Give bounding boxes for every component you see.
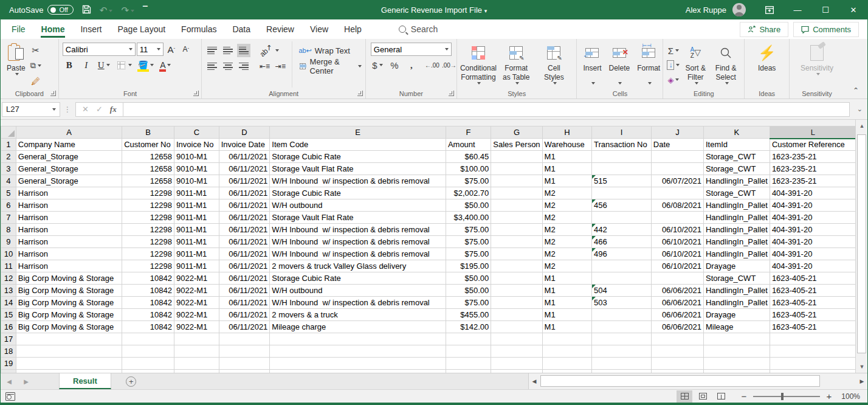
column-header-A[interactable]: A	[16, 126, 122, 139]
vertical-scroll-thumb[interactable]	[857, 134, 866, 353]
cell-A7[interactable]: Harrison	[16, 212, 122, 224]
column-header-D[interactable]: D	[219, 126, 270, 139]
cell-F15[interactable]: $455.00	[446, 309, 491, 321]
cell-styles-button[interactable]: Cell Styles	[535, 41, 573, 88]
cell-F7[interactable]: $3,400.00	[446, 212, 491, 224]
cell-E19[interactable]	[270, 358, 446, 370]
cell-B2[interactable]: 12658	[122, 151, 174, 163]
zoom-slider-thumb[interactable]	[781, 393, 784, 400]
cell-J17[interactable]	[651, 333, 703, 345]
delete-cells-button[interactable]: ✕ Delete	[605, 41, 634, 88]
cell-D1[interactable]: Invoice Date	[219, 139, 270, 151]
increase-decimal-button[interactable]: ←.00	[425, 58, 439, 72]
row-header-9[interactable]: 9	[1, 236, 16, 248]
cell-E15[interactable]: 2 movers & a truck	[270, 309, 446, 321]
cell-F17[interactable]	[446, 333, 491, 345]
cell-L19[interactable]	[770, 358, 856, 370]
cell-A4[interactable]: General_Storage	[16, 175, 122, 187]
tab-file[interactable]: File	[1, 21, 33, 38]
cell-G12[interactable]	[491, 272, 542, 285]
cell-E1[interactable]: Item Code	[270, 139, 446, 151]
cell-B3[interactable]: 12658	[122, 163, 174, 175]
cell-I19[interactable]	[592, 358, 652, 370]
cell-B8[interactable]: 12298	[122, 224, 174, 236]
cell-I16[interactable]	[592, 321, 652, 333]
row-header-2[interactable]: 2	[1, 151, 16, 163]
cell-J4[interactable]: 06/07/2021	[651, 175, 703, 187]
row-header-6[interactable]: 6	[1, 199, 16, 212]
cell-K13[interactable]: HandlingIn_Pallet	[703, 285, 770, 297]
cell-D18[interactable]	[219, 345, 270, 358]
cell-B6[interactable]: 12298	[122, 199, 174, 212]
cell-A10[interactable]: Harrison	[16, 248, 122, 260]
align-top-button[interactable]	[205, 44, 219, 57]
cell-G13[interactable]	[491, 285, 542, 297]
cell-H2[interactable]: M1	[542, 151, 591, 163]
cell-L9[interactable]: 404-391-20	[770, 236, 856, 248]
redo-icon[interactable]: ↷	[121, 5, 134, 15]
cell-L17[interactable]	[770, 333, 856, 345]
cell-K17[interactable]	[703, 333, 770, 345]
cell-K10[interactable]: HandlingIn_Pallet	[703, 248, 770, 260]
cell-C17[interactable]	[174, 333, 219, 345]
cell-F1[interactable]: Amount	[446, 139, 491, 151]
cell-K2[interactable]: Storage_CWT	[703, 151, 770, 163]
cell-B10[interactable]: 12298	[122, 248, 174, 260]
cell-I15[interactable]	[592, 309, 652, 321]
cell-B7[interactable]: 12298	[122, 212, 174, 224]
cell-C8[interactable]: 9011-M1	[174, 224, 219, 236]
cell-B16[interactable]: 10842	[122, 321, 174, 333]
cell-G11[interactable]	[491, 260, 542, 272]
tab-view[interactable]: View	[302, 21, 336, 38]
new-sheet-button[interactable]: +	[121, 373, 142, 389]
align-left-button[interactable]	[205, 60, 219, 73]
cell-H13[interactable]: M1	[542, 285, 591, 297]
zoom-slider[interactable]	[753, 396, 820, 397]
cell-L13[interactable]: 1623-405-21	[770, 285, 856, 297]
cell-J3[interactable]	[651, 163, 703, 175]
column-header-I[interactable]: I	[592, 126, 652, 139]
cell-H8[interactable]: M2	[542, 224, 591, 236]
cell-D4[interactable]: 06/11/2021	[219, 175, 270, 187]
cell-I4[interactable]: 515	[592, 175, 652, 187]
cell-C9[interactable]: 9011-M1	[174, 236, 219, 248]
cell-F8[interactable]: $75.00	[446, 224, 491, 236]
row-header-7[interactable]: 7	[1, 212, 16, 224]
cell-E2[interactable]: Storage Cubic Rate	[270, 151, 446, 163]
column-header-E[interactable]: E	[270, 126, 446, 139]
cell-G14[interactable]	[491, 297, 542, 309]
cell-B19[interactable]	[122, 358, 174, 370]
cell-C10[interactable]: 9011-M1	[174, 248, 219, 260]
cell-E8[interactable]: W/H Inbound w/ inspection & debris remov…	[270, 224, 446, 236]
cell-H1[interactable]: Warehouse	[542, 139, 591, 151]
horizontal-scroll-thumb[interactable]	[540, 375, 820, 387]
normal-view-button[interactable]	[677, 390, 692, 403]
collapse-ribbon-icon[interactable]: ⌃	[844, 83, 867, 99]
cell-I5[interactable]	[592, 187, 652, 199]
cell-H16[interactable]: M1	[542, 321, 591, 333]
cell-E5[interactable]: Storage Cubic Rate	[270, 187, 446, 199]
cell-E9[interactable]: W/H Inbound w/ inspection & debris remov…	[270, 236, 446, 248]
align-center-button[interactable]	[221, 60, 235, 73]
zoom-level[interactable]: 100%	[838, 392, 860, 401]
fill-color-button[interactable]: 🪣	[137, 58, 155, 72]
orientation-button[interactable]: ab↗	[258, 44, 280, 57]
ribbon-display-options-icon[interactable]	[756, 0, 784, 19]
cell-C6[interactable]: 9011-M1	[174, 199, 219, 212]
cell-H10[interactable]: M2	[542, 248, 591, 260]
increase-indent-button[interactable]: ⇥≡	[274, 60, 287, 73]
cell-J15[interactable]: 06/06/2021	[651, 309, 703, 321]
cell-G3[interactable]	[491, 163, 542, 175]
row-header-8[interactable]: 8	[1, 224, 16, 236]
cell-G15[interactable]	[491, 309, 542, 321]
cell-E4[interactable]: W/H Inbound w/ inspection & debris remov…	[270, 175, 446, 187]
fill-button[interactable]: ↓	[666, 58, 681, 72]
cell-D14[interactable]: 06/11/2021	[219, 297, 270, 309]
cell-C3[interactable]: 9010-M1	[174, 163, 219, 175]
number-dialog-launcher-icon[interactable]	[449, 91, 454, 96]
cancel-formula-icon[interactable]: ✕	[82, 105, 89, 114]
sheet-tab-result[interactable]: Result	[59, 373, 111, 389]
cell-D6[interactable]: 06/11/2021	[219, 199, 270, 212]
cell-D13[interactable]: 06/11/2021	[219, 285, 270, 297]
row-header-18[interactable]: 18	[1, 345, 16, 358]
